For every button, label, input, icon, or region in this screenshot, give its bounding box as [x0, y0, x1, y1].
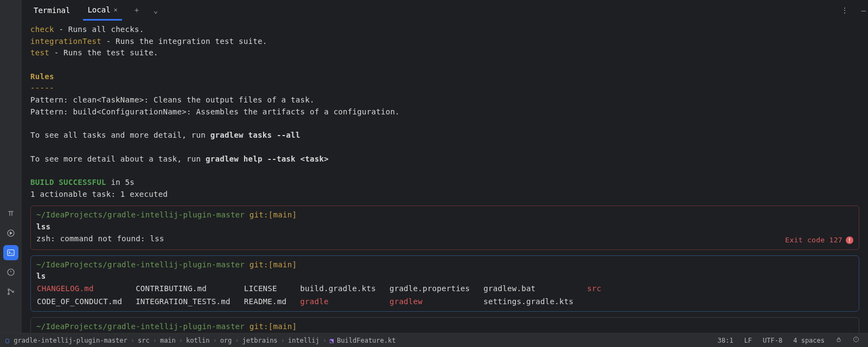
error-command: lss	[36, 222, 50, 231]
build-tasks-line: 1 actionable task: 1 executed	[30, 190, 168, 198]
crumb[interactable]: jetbrains	[242, 337, 278, 344]
rule-line: Pattern: clean<TaskName>: Cleans the out…	[30, 95, 315, 104]
task-desc: - Runs the test suite.	[49, 48, 158, 57]
ls-entry: CODE_OF_CONDUCT.md	[36, 295, 135, 309]
table-row: CHANGELOG.md CONTRIBUTING.md LICENSE bui…	[36, 282, 614, 295]
svg-point-3	[8, 289, 10, 291]
minimize-panel-button[interactable]: —	[859, 4, 868, 17]
module-icon: ▢	[5, 337, 9, 344]
new-tab-button[interactable]: ＋	[131, 3, 143, 17]
ls-entry: settings.gradle.kts	[483, 295, 586, 309]
hint-pre: To see all tasks and more detail, run	[30, 131, 210, 139]
terminal-output[interactable]: check - Runs all checks. integrationTest…	[22, 21, 868, 333]
tab-dropdown-button[interactable]: ⌄	[151, 4, 160, 17]
task-desc: - Runs all checks.	[54, 25, 144, 34]
rules-dash: -----	[30, 83, 54, 92]
ls-entry: README.md	[244, 295, 300, 309]
task-name: test	[30, 48, 49, 57]
ls-entry	[586, 295, 614, 309]
warning-icon[interactable]	[850, 336, 863, 344]
prompt-path: ~/IdeaProjects/gradle-intellij-plugin-ma…	[36, 260, 245, 269]
prompt-path: ~/IdeaProjects/gradle-intellij-plugin-ma…	[36, 322, 245, 331]
ls-entry: LICENSE	[244, 282, 300, 295]
ls-entry: gradle.properties	[389, 282, 483, 295]
prompt-git: git:	[245, 322, 269, 331]
exit-code-label: Exit code 127	[785, 235, 843, 246]
chevron-right-icon: ›	[179, 337, 183, 344]
tool-run[interactable]	[3, 226, 18, 241]
prompt-branch: [main]	[269, 322, 297, 331]
ls-entry: CHANGELOG.md	[36, 282, 135, 295]
hint-pre: To see more detail about a task, run	[30, 155, 206, 163]
prompt-git: git:	[245, 260, 269, 269]
task-desc: - Runs the integration test suite.	[101, 37, 267, 46]
file-encoding[interactable]: UTF-8	[760, 337, 786, 344]
tool-terminal[interactable]	[3, 245, 18, 260]
task-name: integrationTest	[30, 37, 101, 46]
crumb[interactable]: intellij	[288, 337, 320, 344]
svg-rect-1	[8, 250, 14, 256]
rules-heading: Rules	[30, 72, 54, 81]
ls-command: ls	[36, 272, 46, 280]
hint-bold: gradlew help --task <task>	[206, 155, 329, 163]
line-separator[interactable]: LF	[741, 337, 755, 344]
breadcrumb[interactable]: gradle-intellij-plugin-master› src› main…	[14, 337, 395, 344]
svg-point-5	[12, 291, 14, 293]
chevron-right-icon: ›	[153, 337, 157, 344]
prompt-branch: [main]	[269, 260, 297, 269]
crumb[interactable]: src	[138, 337, 150, 344]
ls-entry: CONTRIBUTING.md	[135, 282, 244, 295]
chevron-right-icon: ›	[131, 337, 135, 344]
error-badge-icon: !	[846, 236, 853, 244]
ls-entry: gradlew.bat	[483, 282, 586, 295]
kotlin-file-icon: ⬔	[330, 337, 334, 344]
chevron-right-icon: ›	[281, 337, 285, 344]
chevron-right-icon: ›	[213, 337, 216, 344]
error-block: ~/IdeaProjects/gradle-intellij-plugin-ma…	[30, 205, 859, 249]
crumb[interactable]: kotlin	[186, 337, 209, 344]
build-success: BUILD SUCCESSFUL	[30, 178, 106, 187]
indent-setting[interactable]: 4 spaces	[790, 337, 828, 344]
prompt-branch: [main]	[269, 210, 297, 219]
ls-entry: INTEGRATION_TESTS.md	[135, 295, 244, 309]
terminal-tabbar: Terminal Local ✕ ＋ ⌄ ⋮ —	[22, 0, 868, 21]
hint-bold: gradlew tasks --all	[210, 131, 301, 139]
svg-rect-6	[837, 339, 840, 342]
chevron-right-icon: ›	[235, 337, 239, 344]
ls-entry: build.gradle.kts	[299, 282, 389, 295]
ls-entry: gradlew	[389, 295, 483, 309]
crumb[interactable]: gradle-intellij-plugin-master	[14, 337, 127, 344]
ls-table: CHANGELOG.md CONTRIBUTING.md LICENSE bui…	[36, 282, 614, 308]
prompt-block: ~/IdeaProjects/gradle-intellij-plugin-ma…	[30, 317, 859, 333]
prompt-path: ~/IdeaProjects/gradle-intellij-plugin-ma…	[36, 210, 245, 219]
tool-typography[interactable]	[3, 206, 18, 221]
tool-problems[interactable]	[3, 265, 18, 280]
build-time: in 5s	[106, 178, 135, 187]
crumb[interactable]: BuildFeature.kt	[337, 337, 395, 344]
status-bar: ▢ gradle-intellij-plugin-master› src› ma…	[0, 333, 868, 347]
tab-terminal-label: Terminal	[34, 6, 70, 15]
more-actions-button[interactable]: ⋮	[839, 4, 851, 17]
ls-block: ~/IdeaProjects/gradle-intellij-plugin-ma…	[30, 255, 859, 312]
table-row: CODE_OF_CONDUCT.md INTEGRATION_TESTS.md …	[36, 295, 614, 309]
rule-line: Pattern: build<ConfigurationName>: Assem…	[30, 107, 400, 116]
lock-icon[interactable]	[832, 336, 845, 344]
tool-vcs[interactable]	[3, 284, 18, 299]
tab-terminal[interactable]: Terminal	[29, 0, 74, 21]
task-name: check	[30, 25, 54, 34]
caret-position[interactable]: 38:1	[714, 337, 737, 344]
ls-entry: gradle	[299, 295, 389, 309]
ls-entry: src	[586, 282, 614, 295]
svg-point-4	[8, 293, 10, 295]
tab-close-icon[interactable]: ✕	[114, 6, 118, 14]
terminal-panel: Terminal Local ✕ ＋ ⌄ ⋮ — check - Runs al…	[22, 0, 868, 333]
tab-local-label: Local	[87, 5, 110, 14]
crumb[interactable]: main	[160, 337, 176, 344]
crumb[interactable]: org	[220, 337, 232, 344]
chevron-right-icon: ›	[323, 337, 327, 344]
tab-local[interactable]: Local ✕	[83, 0, 122, 21]
prompt-git: git:	[245, 210, 269, 219]
left-tool-stripe	[0, 0, 22, 333]
